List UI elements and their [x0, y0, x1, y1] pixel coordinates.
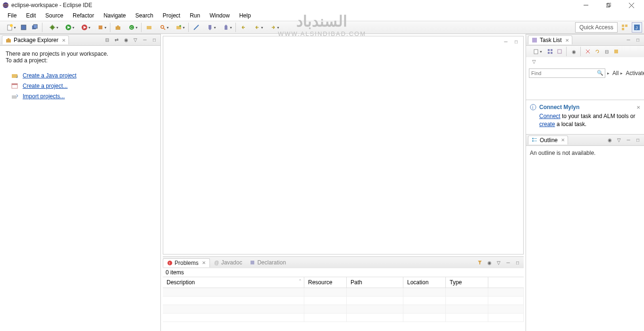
last-edit-button[interactable]	[238, 22, 249, 33]
close-icon[interactable]: ✕	[62, 38, 66, 43]
focus-task-button[interactable]: ◉	[122, 36, 130, 44]
svg-rect-54	[548, 52, 550, 54]
menu-window[interactable]: Window	[205, 11, 234, 20]
svg-rect-35	[625, 25, 627, 27]
search-button[interactable]: ▼	[155, 22, 170, 33]
editor-maximize-button[interactable]: □	[512, 37, 520, 46]
activate-link[interactable]: Activate...	[626, 70, 644, 76]
problems-icon: !	[167, 260, 173, 266]
close-icon[interactable]: ✕	[565, 38, 569, 43]
collapse-all-button[interactable]: ⊟	[103, 36, 111, 44]
save-button[interactable]	[18, 22, 29, 33]
open-type-button[interactable]	[144, 22, 154, 33]
menu-run[interactable]: Run	[185, 11, 205, 20]
menu-edit[interactable]: Edit	[21, 11, 41, 20]
create-java-project-link[interactable]: Create a Java project	[23, 72, 76, 79]
menu-file[interactable]: File	[3, 11, 21, 20]
menu-refactor[interactable]: Refactor	[68, 11, 99, 20]
maximize-button[interactable]	[601, 0, 617, 10]
svg-rect-63	[534, 138, 537, 139]
menu-project[interactable]: Project	[158, 11, 185, 20]
link-editor-button[interactable]: ⇄	[112, 36, 121, 44]
close-icon[interactable]: ✕	[636, 105, 640, 110]
java-perspective-button[interactable]: J	[632, 22, 642, 33]
minimize-view-button[interactable]: ─	[624, 36, 633, 44]
new-task-button[interactable]: ▼	[528, 46, 544, 57]
col-type[interactable]: Type	[446, 277, 488, 288]
focus-workweek-button[interactable]: ◉	[569, 47, 578, 56]
maximize-view-button[interactable]: □	[634, 136, 642, 144]
col-path[interactable]: Path	[347, 277, 403, 288]
run-button[interactable]: ▼	[61, 22, 76, 33]
declaration-tab[interactable]: Declaration	[246, 258, 290, 267]
javadoc-tab[interactable]: @ Javadoc	[210, 258, 246, 267]
col-location[interactable]: Location	[403, 277, 446, 288]
menu-help[interactable]: Help	[234, 11, 256, 20]
collapse-button[interactable]: ⊟	[602, 47, 611, 56]
forward-button[interactable]: ▼	[266, 22, 281, 33]
maximize-view-button[interactable]: □	[513, 258, 522, 267]
declaration-icon	[250, 260, 255, 265]
find-input[interactable]	[529, 68, 605, 78]
menu-source[interactable]: Source	[41, 11, 68, 20]
minimize-view-button[interactable]: ─	[624, 136, 633, 144]
import-projects-link[interactable]: Import projects...	[23, 93, 65, 100]
debug-button[interactable]: ▼	[45, 22, 60, 33]
view-menu-caret[interactable]: ▽	[530, 57, 538, 66]
svg-rect-62	[532, 138, 534, 139]
save-all-button[interactable]	[30, 22, 40, 33]
outline-tab[interactable]: Outline ✕	[528, 136, 568, 144]
open-perspective-button[interactable]	[619, 22, 630, 33]
problems-tab[interactable]: ! Problems ✕	[163, 258, 210, 267]
col-resource[interactable]: Resource	[304, 277, 347, 288]
hide-button[interactable]	[584, 47, 592, 56]
col-description[interactable]: Description^	[163, 277, 304, 288]
package-explorer-tab[interactable]: Package Explorer ✕	[2, 35, 69, 44]
toggle-mark-button[interactable]	[191, 22, 201, 33]
focus-button[interactable]: ◉	[605, 136, 614, 144]
connect-link[interactable]: Connect	[539, 113, 560, 119]
minimize-button[interactable]	[578, 0, 594, 10]
back-button[interactable]: ▼	[250, 22, 265, 33]
focus-button[interactable]: ◉	[485, 258, 493, 267]
svg-marker-31	[209, 29, 211, 30]
minimize-view-button[interactable]: ─	[504, 258, 512, 267]
run-last-button[interactable]: ▼	[93, 22, 108, 33]
view-menu-button[interactable]: ▽	[615, 136, 623, 144]
svg-rect-64	[532, 140, 534, 142]
close-button[interactable]	[623, 0, 639, 10]
svg-point-28	[179, 25, 181, 27]
create-link[interactable]: create	[539, 121, 555, 127]
close-icon[interactable]: ✕	[561, 137, 565, 143]
maximize-view-button[interactable]: □	[634, 36, 642, 44]
new-package-button[interactable]	[113, 22, 123, 33]
create-project-link[interactable]: Create a project...	[23, 83, 67, 89]
svg-rect-33	[225, 26, 227, 30]
task-list-tab[interactable]: Task List ✕	[528, 35, 572, 44]
quick-access[interactable]: Quick Access	[575, 22, 618, 33]
open-task-button[interactable]: ▼	[171, 22, 186, 33]
task-list-icon	[531, 37, 538, 43]
view-menu-button[interactable]: ▽	[131, 36, 140, 44]
close-icon[interactable]: ✕	[202, 260, 206, 265]
view-menu-button[interactable]: ▽	[494, 258, 503, 267]
menu-navigate[interactable]: Navigate	[99, 11, 130, 20]
new-class-button[interactable]: C▼	[124, 22, 139, 33]
maximize-view-button[interactable]: □	[150, 36, 159, 44]
filter-button[interactable]	[476, 258, 484, 267]
coverage-button[interactable]: ▼	[77, 22, 92, 33]
editor-minimize-button[interactable]: ─	[502, 37, 510, 46]
task-presentation-button[interactable]	[612, 47, 620, 56]
schedule-button[interactable]	[555, 47, 564, 56]
svg-rect-39	[6, 39, 11, 42]
editor-area: ─ □	[163, 36, 524, 255]
new-button[interactable]: ▼	[2, 22, 17, 33]
menu-search[interactable]: Search	[131, 11, 158, 20]
categorize-button[interactable]	[546, 47, 554, 56]
svg-rect-11	[33, 25, 37, 28]
minimize-view-button[interactable]: ─	[141, 36, 149, 44]
prev-annotation-button[interactable]: ▼	[218, 22, 234, 33]
all-link[interactable]: All	[612, 70, 619, 76]
synchronize-button[interactable]	[593, 47, 602, 56]
next-annotation-button[interactable]: ▼	[202, 22, 217, 33]
